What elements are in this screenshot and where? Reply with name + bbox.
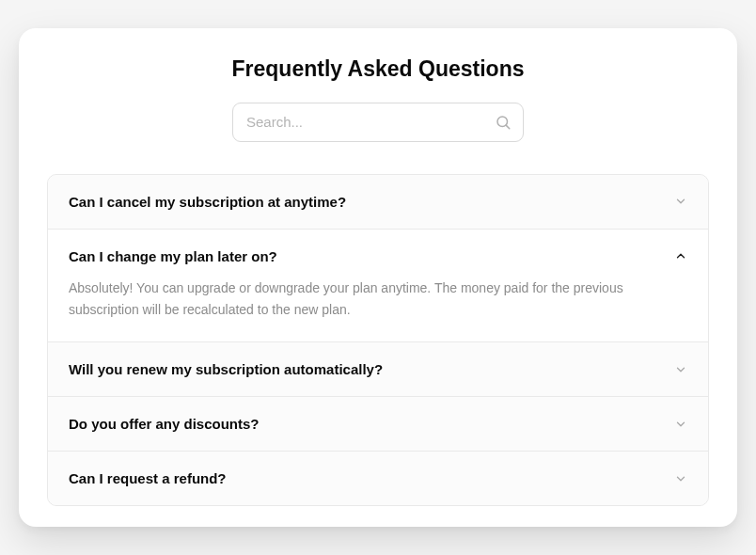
faq-item-header[interactable]: Will you renew my subscription automatic… [48, 342, 708, 396]
faq-item: Do you offer any discounts? [48, 397, 708, 452]
faq-item-header[interactable]: Can I change my plan later on? [48, 230, 708, 278]
faq-item: Will you renew my subscription automatic… [48, 342, 708, 397]
faq-item-header[interactable]: Can I request a refund? [48, 452, 708, 505]
faq-question: Will you renew my subscription automatic… [69, 361, 383, 377]
chevron-up-icon [674, 249, 687, 262]
faq-accordion: Can I cancel my subscription at anytime?… [47, 174, 709, 506]
search-box [232, 103, 524, 142]
chevron-down-icon [674, 363, 687, 376]
faq-item: Can I request a refund? [48, 452, 708, 505]
faq-answer: Absolutely! You can upgrade or downgrade… [48, 278, 708, 341]
search-input[interactable] [232, 103, 524, 142]
faq-question: Can I request a refund? [69, 470, 227, 486]
faq-card: Frequently Asked Questions Can I cancel … [19, 28, 737, 527]
faq-item-header[interactable]: Can I cancel my subscription at anytime? [48, 175, 708, 229]
chevron-down-icon [674, 418, 687, 431]
page-title: Frequently Asked Questions [47, 56, 709, 82]
faq-question: Can I change my plan later on? [69, 248, 277, 264]
chevron-down-icon [674, 195, 687, 208]
faq-item: Can I cancel my subscription at anytime? [48, 175, 708, 230]
faq-item: Can I change my plan later on? Absolutel… [48, 230, 708, 342]
faq-item-header[interactable]: Do you offer any discounts? [48, 397, 708, 451]
faq-question: Do you offer any discounts? [69, 416, 260, 432]
chevron-down-icon [674, 472, 687, 485]
faq-question: Can I cancel my subscription at anytime? [69, 194, 346, 210]
search-container [47, 103, 709, 142]
